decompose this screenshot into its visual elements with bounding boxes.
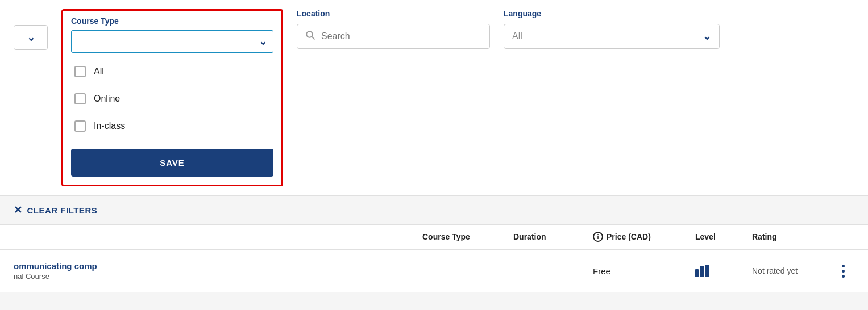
option-inclass[interactable]: In-class [63, 112, 281, 140]
course-type-chevron-icon[interactable]: ⌄ [259, 35, 267, 48]
bar-1 [695, 269, 699, 277]
th-price-label: Price (CAD) [607, 232, 651, 241]
location-search-input[interactable] [321, 31, 481, 41]
course-type-options: All Online In-class [63, 53, 281, 144]
option-all[interactable]: All [63, 58, 281, 85]
location-label: Location [297, 9, 490, 18]
bar-2 [700, 266, 704, 277]
svg-point-0 [306, 31, 313, 37]
clear-filters-label: CLEAR FILTERS [27, 206, 98, 215]
language-dropdown[interactable]: All ⌄ [504, 24, 720, 49]
partial-chevron-icon: ⌄ [27, 31, 35, 44]
bar-3 [705, 265, 709, 277]
course-type-input[interactable] [77, 37, 259, 46]
clear-x-icon: ✕ [14, 204, 23, 216]
table-header-row: Course Type Duration i Price (CAD) Level… [0, 225, 868, 250]
clear-filters-row: ✕ CLEAR FILTERS [0, 196, 868, 225]
clear-filters-button[interactable]: ✕ CLEAR FILTERS [14, 204, 97, 216]
course-type-label: Course Type [71, 16, 273, 26]
course-type-header: Course Type ⌄ [63, 11, 281, 53]
table-row: ommunicating comp nal Course Free Not ra… [0, 250, 868, 292]
course-name-link[interactable]: ommunicating comp [14, 261, 422, 271]
dot-2 [842, 270, 845, 273]
option-online[interactable]: Online [63, 85, 281, 112]
location-section: Location [297, 9, 490, 49]
checkbox-online[interactable] [74, 93, 86, 104]
checkbox-inclass[interactable] [74, 120, 86, 132]
location-search-row[interactable] [297, 24, 490, 49]
td-rating: Not rated yet [752, 266, 832, 275]
th-course-type: Course Type [422, 232, 513, 241]
table-section: Course Type Duration i Price (CAD) Level… [0, 225, 868, 292]
course-type-input-row[interactable]: ⌄ [71, 30, 273, 53]
language-section: Language All ⌄ [504, 9, 720, 49]
dot-1 [842, 265, 845, 267]
th-price: i Price (CAD) [593, 232, 695, 242]
save-button[interactable]: SAVE [71, 149, 273, 177]
language-chevron-icon: ⌄ [703, 30, 711, 43]
language-value: All [512, 31, 522, 41]
th-rating: Rating [752, 232, 832, 241]
dot-3 [842, 275, 845, 278]
row-actions-menu[interactable] [842, 265, 845, 278]
price-info-icon[interactable]: i [593, 232, 603, 242]
course-sub-label: nal Course [14, 272, 422, 280]
course-type-section: Course Type ⌄ All Online In-cla [61, 9, 283, 186]
td-level [695, 265, 752, 277]
th-level: Level [695, 232, 752, 241]
filter-bar: ⌄ Course Type ⌄ All Online [0, 0, 868, 196]
td-course-name: ommunicating comp nal Course [14, 261, 422, 280]
svg-line-1 [312, 37, 315, 40]
option-inclass-label: In-class [94, 121, 125, 131]
td-price: Free [593, 266, 695, 276]
language-label: Language [504, 9, 720, 18]
td-actions [832, 265, 854, 278]
page-wrapper: ⌄ Course Type ⌄ All Online [0, 0, 868, 310]
option-all-label: All [94, 66, 104, 77]
search-icon [305, 30, 315, 43]
partial-dropdown[interactable]: ⌄ [14, 25, 48, 50]
option-online-label: Online [94, 94, 120, 104]
checkbox-all[interactable] [74, 66, 86, 77]
level-bar-icon [695, 265, 709, 277]
th-duration: Duration [513, 232, 593, 241]
